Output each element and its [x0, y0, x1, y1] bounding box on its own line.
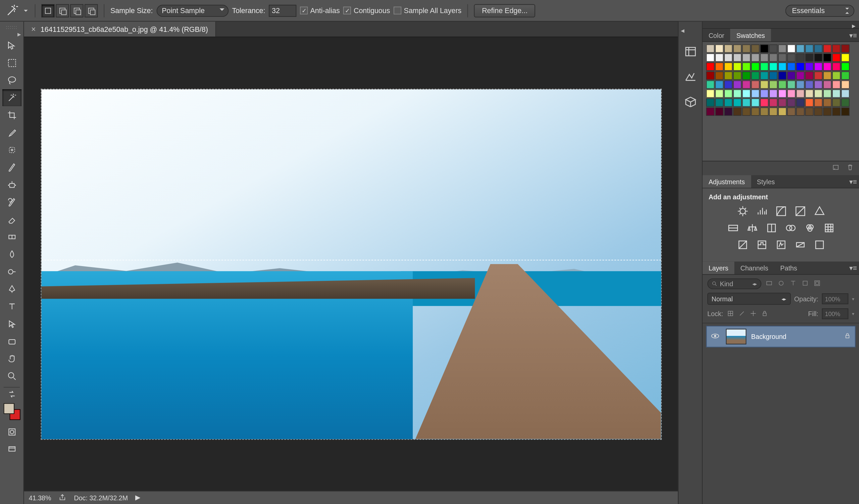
swatch[interactable]	[823, 62, 831, 71]
swatch[interactable]	[760, 89, 768, 98]
refine-edge-button[interactable]: Refine Edge...	[474, 4, 535, 17]
swatch[interactable]	[814, 44, 823, 53]
swatch[interactable]	[805, 62, 813, 71]
swatch[interactable]	[724, 54, 733, 62]
swatch[interactable]	[787, 89, 796, 98]
swatch[interactable]	[841, 62, 849, 71]
swatch[interactable]	[760, 98, 768, 107]
selection-subtract-button[interactable]	[70, 4, 83, 17]
close-tab-icon[interactable]: ×	[31, 25, 36, 33]
sample-all-layers-checkbox[interactable]: Sample All Layers	[394, 6, 462, 15]
panel-menu-icon[interactable]: ▾≡	[847, 29, 859, 42]
swatch[interactable]	[832, 80, 841, 89]
opacity-input[interactable]: 100%	[822, 293, 848, 304]
swatch[interactable]	[706, 62, 714, 71]
swatch[interactable]	[742, 72, 751, 80]
filter-type-icon[interactable]	[789, 279, 797, 289]
filter-shape-icon[interactable]	[801, 279, 809, 289]
selection-add-button[interactable]	[56, 4, 69, 17]
delete-swatch-icon[interactable]	[846, 163, 854, 173]
swatch[interactable]	[724, 98, 733, 107]
eyedropper-tool[interactable]	[2, 124, 21, 141]
swatch[interactable]	[760, 62, 768, 71]
swatch[interactable]	[778, 72, 786, 80]
swatch[interactable]	[742, 89, 751, 98]
swatch[interactable]	[715, 98, 723, 107]
crop-tool[interactable]	[2, 107, 21, 123]
swatch[interactable]	[814, 89, 823, 98]
swatch[interactable]	[814, 62, 823, 71]
swatch[interactable]	[796, 89, 805, 98]
invert-icon[interactable]	[736, 239, 749, 251]
swatch[interactable]	[760, 107, 768, 116]
swatch[interactable]	[823, 80, 831, 89]
swatch[interactable]	[742, 62, 751, 71]
magic-wand-tool[interactable]	[2, 89, 21, 106]
swatch[interactable]	[733, 80, 741, 89]
color-tab[interactable]: Color	[703, 29, 730, 42]
tool-preset-dropdown-icon[interactable]	[23, 3, 29, 18]
fill-input[interactable]: 100%	[822, 308, 848, 319]
selection-intersect-button[interactable]	[85, 4, 97, 17]
swatch[interactable]	[715, 72, 723, 80]
swatch[interactable]	[778, 98, 786, 107]
foreground-color[interactable]	[3, 403, 14, 414]
fill-dropdown-icon[interactable]: ▾	[852, 311, 854, 317]
healing-brush-tool[interactable]	[2, 142, 21, 158]
swatch[interactable]	[715, 62, 723, 71]
canvas-image[interactable]	[41, 89, 662, 440]
swatch[interactable]	[724, 72, 733, 80]
swatch[interactable]	[760, 44, 768, 53]
swatch[interactable]	[832, 89, 841, 98]
layer-lock-icon[interactable]	[844, 332, 851, 341]
swatch[interactable]	[706, 98, 714, 107]
lock-all-icon[interactable]	[761, 309, 769, 318]
doc-info[interactable]: Doc: 32.2M/32.2M	[74, 494, 128, 501]
zoom-level[interactable]: 41.38%	[29, 494, 51, 501]
layer-filter-kind[interactable]: Kind ◂▸	[707, 278, 762, 289]
panel-expand-icon[interactable]: ◂	[678, 27, 702, 33]
swatch[interactable]	[778, 44, 786, 53]
clone-stamp-tool[interactable]	[2, 177, 21, 193]
layers-tab[interactable]: Layers	[703, 262, 735, 274]
color-balance-icon[interactable]	[745, 222, 759, 234]
paths-tab[interactable]: Paths	[774, 262, 803, 274]
swatch[interactable]	[823, 44, 831, 53]
swatches-tab[interactable]: Swatches	[730, 29, 771, 42]
swatch[interactable]	[814, 80, 823, 89]
swatch[interactable]	[823, 72, 831, 80]
swatch[interactable]	[769, 44, 778, 53]
swatch[interactable]	[787, 44, 796, 53]
swatch[interactable]	[706, 72, 714, 80]
swatch[interactable]	[823, 89, 831, 98]
type-tool[interactable]	[2, 298, 21, 315]
swatch[interactable]	[814, 107, 823, 116]
swatch[interactable]	[733, 72, 741, 80]
canvas-viewport[interactable]	[24, 37, 678, 491]
marquee-tool[interactable]	[2, 55, 21, 72]
channel-mixer-icon[interactable]	[803, 222, 816, 234]
swatch[interactable]	[805, 89, 813, 98]
swatch[interactable]	[805, 72, 813, 80]
opacity-dropdown-icon[interactable]: ▾	[852, 296, 854, 301]
swatch[interactable]	[823, 107, 831, 116]
swatches-grid[interactable]	[703, 42, 859, 161]
swatch[interactable]	[832, 107, 841, 116]
swatch[interactable]	[787, 80, 796, 89]
adjustments-tab[interactable]: Adjustments	[703, 175, 751, 188]
selection-new-button[interactable]	[41, 4, 54, 17]
swatch[interactable]	[832, 62, 841, 71]
swatch[interactable]	[796, 80, 805, 89]
exposure-icon[interactable]	[794, 205, 807, 217]
layer-visibility-icon[interactable]	[710, 331, 721, 342]
levels-icon[interactable]	[755, 205, 768, 217]
anti-alias-checkbox[interactable]: ✓Anti-alias	[300, 6, 340, 15]
swatch[interactable]	[823, 98, 831, 107]
pen-tool[interactable]	[2, 281, 21, 297]
selective-color-icon[interactable]	[813, 239, 826, 251]
swatch[interactable]	[787, 62, 796, 71]
swatch[interactable]	[742, 107, 751, 116]
swap-colors-icon[interactable]	[2, 389, 21, 399]
gradient-map-icon[interactable]	[794, 239, 807, 251]
dodge-tool[interactable]	[2, 263, 21, 280]
